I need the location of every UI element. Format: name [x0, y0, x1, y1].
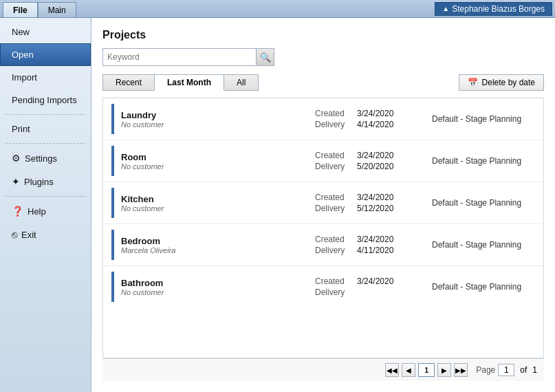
prev-page-button[interactable]: ◀ [402, 363, 415, 377]
total-pages: 1 [532, 365, 537, 375]
search-icon: 🔍 [260, 52, 271, 63]
sidebar-item-exit[interactable]: ⎋ Exit [0, 223, 91, 246]
delivery-row: Delivery [315, 287, 425, 297]
sidebar-item-plugins[interactable]: ✦ Plugins [0, 170, 91, 193]
sidebar-item-help[interactable]: ❓ Help [0, 199, 91, 223]
app-container: New Open Import Pending Imports Print ⚙ … [0, 18, 555, 392]
project-accent-bar [111, 188, 114, 218]
table-row[interactable]: Bedroom Marcela Oliveira Created 3/24/20… [103, 224, 543, 266]
table-row[interactable]: Room No customer Created 3/24/2020 Deliv… [103, 140, 543, 182]
project-stage: Default - Stage Planning [425, 114, 535, 124]
tab-last-month[interactable]: Last Month [154, 74, 224, 91]
sidebar: New Open Import Pending Imports Print ⚙ … [0, 18, 91, 392]
project-info: Room No customer [121, 152, 315, 171]
sidebar-item-import[interactable]: Import [0, 66, 91, 89]
sidebar-divider-2 [6, 143, 85, 144]
help-icon: ❓ [12, 206, 23, 217]
first-page-button[interactable]: ◀◀ [385, 363, 399, 377]
sidebar-item-new[interactable]: New [0, 21, 91, 43]
tab-all[interactable]: All [224, 74, 259, 91]
created-row: Created 3/24/2020 [315, 276, 425, 286]
search-button[interactable]: 🔍 [256, 49, 274, 65]
project-stage: Default - Stage Planning [425, 282, 535, 292]
created-row: Created 3/24/2020 [315, 193, 425, 202]
tab-main[interactable]: Main [38, 2, 76, 17]
last-page-button[interactable]: ▶▶ [454, 363, 468, 377]
project-accent-bar [111, 272, 114, 302]
tabs-row: Recent Last Month All 📅 Delete by date [102, 74, 544, 91]
title-bar: File Main ▲ Stephanie Biazus Borges [0, 0, 555, 18]
project-info: Kitchen No customer [121, 194, 315, 213]
project-dates: Created 3/24/2020 Delivery 5/20/2020 [315, 151, 425, 171]
sidebar-item-pending-imports[interactable]: Pending Imports [0, 89, 91, 111]
plugins-icon: ✦ [12, 176, 20, 187]
project-dates: Created 3/24/2020 Delivery 5/12/2020 [315, 193, 425, 213]
title-tabs: File Main [3, 0, 76, 17]
delivery-row: Delivery 4/11/2020 [315, 246, 425, 255]
project-stage: Default - Stage Planning [425, 240, 535, 250]
next-page-button[interactable]: ▶ [437, 363, 451, 377]
project-info: Bedroom Marcela Oliveira [121, 236, 315, 254]
search-input[interactable] [103, 51, 256, 63]
content-area: Projects 🔍 Recent Last Month All [91, 18, 555, 392]
delivery-row: Delivery 5/12/2020 [315, 204, 425, 213]
tab-recent[interactable]: Recent [102, 74, 155, 91]
exit-icon: ⎋ [12, 229, 17, 240]
of-label: of [520, 365, 527, 375]
created-row: Created 3/24/2020 [315, 109, 425, 118]
tab-group: Recent Last Month All [102, 74, 258, 91]
project-accent-bar [111, 230, 114, 260]
project-accent-bar [111, 146, 114, 176]
page-title: Projects [102, 29, 544, 41]
table-row[interactable]: Bathroom No customer Created 3/24/2020 D… [103, 266, 543, 307]
sidebar-item-print[interactable]: Print [0, 118, 91, 140]
tab-file[interactable]: File [3, 2, 38, 17]
page-number-input[interactable] [498, 364, 514, 376]
created-row: Created 3/24/2020 [315, 235, 425, 244]
delivery-row: Delivery 5/20/2020 [315, 162, 425, 171]
project-stage: Default - Stage Planning [425, 156, 535, 166]
sidebar-item-open[interactable]: Open [0, 43, 91, 66]
sidebar-divider-3 [6, 196, 85, 197]
table-row[interactable]: Kitchen No customer Created 3/24/2020 De… [103, 182, 543, 224]
sidebar-divider-1 [6, 114, 85, 115]
settings-icon: ⚙ [12, 153, 21, 164]
projects-list: Laundry No customer Created 3/24/2020 De… [102, 98, 544, 358]
page-label: Page [476, 365, 495, 375]
search-bar: 🔍 [102, 48, 274, 66]
pagination: ◀◀ ◀ 1 ▶ ▶▶ Page of 1 [102, 358, 544, 381]
project-info: Bathroom No customer [121, 278, 315, 296]
user-display: ▲ Stephanie Biazus Borges [435, 2, 552, 16]
project-accent-bar [111, 104, 114, 134]
project-stage: Default - Stage Planning [425, 198, 535, 208]
project-dates: Created 3/24/2020 Delivery 4/11/2020 [315, 235, 425, 255]
project-info: Laundry No customer [121, 110, 315, 129]
table-row[interactable]: Laundry No customer Created 3/24/2020 De… [103, 98, 543, 140]
delivery-row: Delivery 4/14/2020 [315, 120, 425, 129]
sidebar-item-settings[interactable]: ⚙ Settings [0, 146, 91, 170]
project-dates: Created 3/24/2020 Delivery [315, 276, 425, 297]
project-dates: Created 3/24/2020 Delivery 4/14/2020 [315, 109, 425, 129]
calendar-icon: 📅 [468, 78, 478, 87]
chevron-up-icon: ▲ [442, 5, 449, 12]
created-row: Created 3/24/2020 [315, 151, 425, 160]
delete-by-date-button[interactable]: 📅 Delete by date [459, 74, 544, 91]
current-page-button[interactable]: 1 [418, 363, 435, 377]
